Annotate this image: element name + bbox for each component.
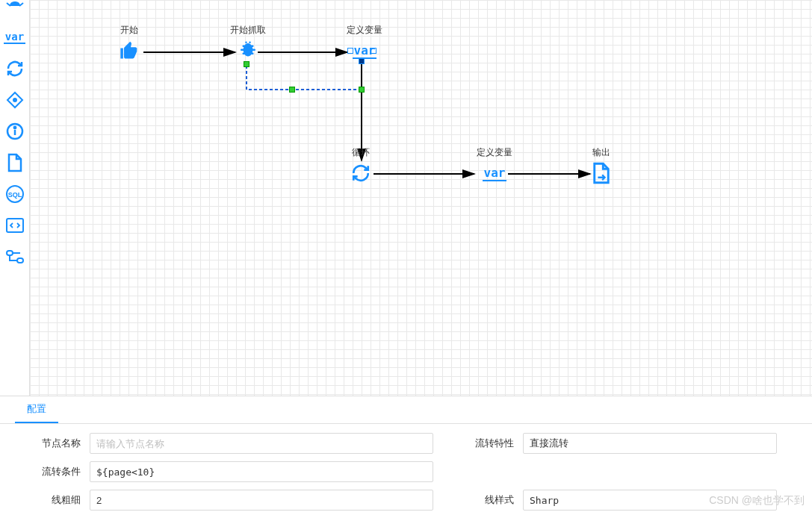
edges (30, 0, 812, 396)
node-loop-label: 循环 (350, 146, 372, 159)
node-def1-label: 定义变量 (347, 24, 382, 37)
svg-point-16 (245, 42, 247, 44)
svg-point-5 (13, 127, 15, 128)
node-start[interactable]: 开始 (118, 24, 140, 62)
flow-icon[interactable] (4, 246, 25, 267)
label-line-style: 线样式 (456, 493, 523, 507)
info-icon[interactable] (4, 121, 25, 142)
output-node-icon (590, 162, 613, 184)
toolbar: var SQL (0, 0, 30, 396)
select-line-style[interactable] (523, 490, 777, 511)
canvas[interactable]: 开始 开始抓取 定义变量 var 循环 定义变量 v (30, 0, 812, 396)
page-icon[interactable] (4, 152, 25, 173)
svg-rect-9 (7, 251, 13, 255)
var-node-icon: var (353, 40, 376, 62)
label-node-name: 节点名称 (22, 437, 90, 450)
select-flow-trait[interactable] (523, 433, 777, 454)
bug-icon[interactable] (4, 0, 25, 16)
svg-text:SQL: SQL (7, 191, 22, 199)
node-loop[interactable]: 循环 (350, 146, 372, 184)
svg-line-1 (19, 3, 23, 6)
loop-icon[interactable] (4, 58, 25, 79)
tab-config[interactable]: 配置 (15, 396, 58, 423)
node-def2-label: 定义变量 (477, 146, 512, 159)
svg-rect-10 (17, 258, 23, 263)
svg-line-0 (7, 3, 10, 6)
port-top[interactable] (244, 61, 250, 67)
loop-node-icon (350, 162, 372, 184)
node-def2[interactable]: 定义变量 var (477, 146, 512, 184)
tab-bar: 配置 (0, 396, 812, 424)
code-icon[interactable] (4, 215, 25, 236)
label-flow-cond: 流转条件 (22, 465, 90, 478)
thumbs-up-icon (118, 40, 140, 62)
input-node-name[interactable] (90, 433, 433, 454)
port-right[interactable] (359, 87, 365, 93)
input-flow-cond[interactable] (90, 461, 433, 482)
node-output-label: 输出 (590, 146, 613, 159)
node-start-label: 开始 (118, 24, 140, 37)
diamond-icon[interactable] (4, 90, 25, 110)
sql-icon[interactable]: SQL (4, 184, 25, 205)
bottom-panel: 配置 节点名称 流转特性 流转条件 线粗细 线样式 (0, 396, 812, 515)
node-crawl[interactable]: 开始抓取 (230, 24, 266, 62)
form-area: 节点名称 流转特性 流转条件 线粗细 线样式 (0, 424, 812, 515)
label-flow-trait: 流转特性 (456, 437, 523, 450)
svg-point-17 (249, 42, 251, 44)
node-crawl-label: 开始抓取 (230, 24, 266, 37)
var-icon[interactable]: var (4, 27, 25, 48)
input-line-weight[interactable] (90, 490, 433, 511)
svg-rect-8 (7, 219, 23, 232)
port-mid[interactable] (289, 87, 295, 93)
bug-node-icon (237, 40, 259, 62)
svg-point-2 (13, 99, 16, 102)
node-def1[interactable]: 定义变量 var (347, 24, 382, 62)
label-line-weight: 线粗细 (22, 493, 90, 507)
node-output[interactable]: 输出 (590, 146, 613, 184)
var-node-icon-2: var (483, 162, 506, 184)
